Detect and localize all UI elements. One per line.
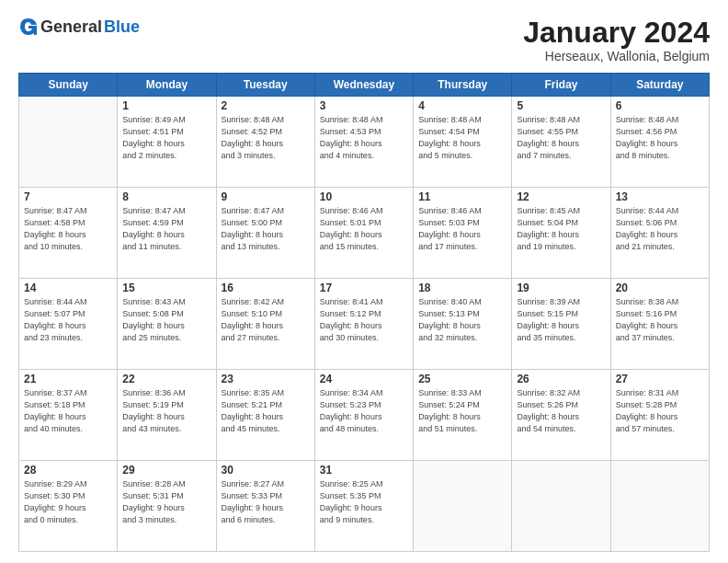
cell-info-26: Sunrise: 8:32 AM Sunset: 5:26 PM Dayligh… <box>517 387 605 435</box>
day-number-6: 6 <box>616 99 704 112</box>
header-saturday: Saturday <box>610 74 709 97</box>
day-number-29: 29 <box>122 464 210 477</box>
cal-cell-3-0: 21Sunrise: 8:37 AM Sunset: 5:18 PM Dayli… <box>19 370 118 461</box>
logo-general-text: General <box>40 17 102 37</box>
cal-cell-2-4: 18Sunrise: 8:40 AM Sunset: 5:13 PM Dayli… <box>414 279 512 370</box>
day-number-30: 30 <box>222 464 310 477</box>
day-number-15: 15 <box>122 282 210 294</box>
day-number-10: 10 <box>320 190 408 203</box>
cal-cell-2-5: 19Sunrise: 8:39 AM Sunset: 5:15 PM Dayli… <box>512 279 610 370</box>
cell-info-23: Sunrise: 8:35 AM Sunset: 5:21 PM Dayligh… <box>222 387 310 435</box>
cell-info-14: Sunrise: 8:44 AM Sunset: 5:07 PM Dayligh… <box>24 296 112 344</box>
day-number-7: 7 <box>24 190 112 203</box>
cal-cell-3-1: 22Sunrise: 8:36 AM Sunset: 5:19 PM Dayli… <box>118 370 216 461</box>
calendar-table: Sunday Monday Tuesday Wednesday Thursday… <box>18 73 710 552</box>
day-number-1: 1 <box>122 99 210 112</box>
day-number-11: 11 <box>418 190 506 203</box>
cell-info-2: Sunrise: 8:48 AM Sunset: 4:52 PM Dayligh… <box>222 114 310 162</box>
day-number-27: 27 <box>616 373 704 385</box>
day-number-28: 28 <box>24 464 112 477</box>
cell-info-31: Sunrise: 8:25 AM Sunset: 5:35 PM Dayligh… <box>320 478 408 526</box>
day-number-25: 25 <box>418 373 506 385</box>
day-number-19: 19 <box>517 282 605 294</box>
cal-cell-0-1: 1Sunrise: 8:49 AM Sunset: 4:51 PM Daylig… <box>118 97 216 188</box>
day-number-20: 20 <box>616 282 704 294</box>
cal-cell-0-4: 4Sunrise: 8:48 AM Sunset: 4:54 PM Daylig… <box>414 97 512 188</box>
cell-info-25: Sunrise: 8:33 AM Sunset: 5:24 PM Dayligh… <box>418 387 506 435</box>
cal-cell-1-4: 11Sunrise: 8:46 AM Sunset: 5:03 PM Dayli… <box>414 188 512 279</box>
cal-cell-4-5 <box>512 461 610 552</box>
logo-blue-text: Blue <box>104 17 140 37</box>
day-number-2: 2 <box>222 99 310 112</box>
cell-info-22: Sunrise: 8:36 AM Sunset: 5:19 PM Dayligh… <box>122 387 210 435</box>
cell-info-17: Sunrise: 8:41 AM Sunset: 5:12 PM Dayligh… <box>320 296 408 344</box>
day-number-12: 12 <box>517 190 605 203</box>
day-number-4: 4 <box>418 99 506 112</box>
header-thursday: Thursday <box>414 74 512 97</box>
cal-cell-1-5: 12Sunrise: 8:45 AM Sunset: 5:04 PM Dayli… <box>512 188 610 279</box>
location: Herseaux, Wallonia, Belgium <box>523 49 710 63</box>
cal-cell-3-6: 27Sunrise: 8:31 AM Sunset: 5:28 PM Dayli… <box>610 370 709 461</box>
cell-info-20: Sunrise: 8:38 AM Sunset: 5:16 PM Dayligh… <box>616 296 704 344</box>
cal-cell-1-0: 7Sunrise: 8:47 AM Sunset: 4:58 PM Daylig… <box>19 188 118 279</box>
cal-cell-4-1: 29Sunrise: 8:28 AM Sunset: 5:31 PM Dayli… <box>118 461 216 552</box>
cal-cell-2-6: 20Sunrise: 8:38 AM Sunset: 5:16 PM Dayli… <box>610 279 709 370</box>
cell-info-29: Sunrise: 8:28 AM Sunset: 5:31 PM Dayligh… <box>122 478 210 526</box>
day-number-26: 26 <box>517 373 605 385</box>
week-row-5: 28Sunrise: 8:29 AM Sunset: 5:30 PM Dayli… <box>19 461 710 552</box>
cal-cell-0-5: 5Sunrise: 8:48 AM Sunset: 4:55 PM Daylig… <box>512 97 610 188</box>
cal-cell-0-6: 6Sunrise: 8:48 AM Sunset: 4:56 PM Daylig… <box>610 97 709 188</box>
cal-cell-1-6: 13Sunrise: 8:44 AM Sunset: 5:06 PM Dayli… <box>610 188 709 279</box>
cell-info-10: Sunrise: 8:46 AM Sunset: 5:01 PM Dayligh… <box>320 205 408 253</box>
logo: General Blue <box>18 17 140 37</box>
day-number-16: 16 <box>222 282 310 294</box>
cell-info-9: Sunrise: 8:47 AM Sunset: 5:00 PM Dayligh… <box>222 205 310 253</box>
day-number-5: 5 <box>517 99 605 112</box>
cell-info-5: Sunrise: 8:48 AM Sunset: 4:55 PM Dayligh… <box>517 114 605 162</box>
cal-cell-3-5: 26Sunrise: 8:32 AM Sunset: 5:26 PM Dayli… <box>512 370 610 461</box>
day-number-14: 14 <box>24 282 112 294</box>
cell-info-15: Sunrise: 8:43 AM Sunset: 5:08 PM Dayligh… <box>122 296 210 344</box>
cell-info-11: Sunrise: 8:46 AM Sunset: 5:03 PM Dayligh… <box>418 205 506 253</box>
day-number-3: 3 <box>320 99 408 112</box>
cal-cell-0-0 <box>19 97 118 188</box>
day-number-17: 17 <box>320 282 408 294</box>
page: General Blue January 2024 Herseaux, Wall… <box>0 0 728 563</box>
week-row-2: 7Sunrise: 8:47 AM Sunset: 4:58 PM Daylig… <box>19 188 710 279</box>
cal-cell-4-2: 30Sunrise: 8:27 AM Sunset: 5:33 PM Dayli… <box>216 461 314 552</box>
cal-cell-4-4 <box>414 461 512 552</box>
cal-cell-4-0: 28Sunrise: 8:29 AM Sunset: 5:30 PM Dayli… <box>19 461 118 552</box>
week-row-4: 21Sunrise: 8:37 AM Sunset: 5:18 PM Dayli… <box>19 370 710 461</box>
cell-info-24: Sunrise: 8:34 AM Sunset: 5:23 PM Dayligh… <box>320 387 408 435</box>
day-header-row: Sunday Monday Tuesday Wednesday Thursday… <box>19 74 710 97</box>
cal-cell-1-2: 9Sunrise: 8:47 AM Sunset: 5:00 PM Daylig… <box>216 188 314 279</box>
cal-cell-4-6 <box>610 461 709 552</box>
cell-info-18: Sunrise: 8:40 AM Sunset: 5:13 PM Dayligh… <box>418 296 506 344</box>
day-number-21: 21 <box>24 373 112 385</box>
header-wednesday: Wednesday <box>314 74 413 97</box>
cell-info-27: Sunrise: 8:31 AM Sunset: 5:28 PM Dayligh… <box>616 387 704 435</box>
cal-cell-2-1: 15Sunrise: 8:43 AM Sunset: 5:08 PM Dayli… <box>118 279 216 370</box>
header-sunday: Sunday <box>19 74 118 97</box>
day-number-23: 23 <box>222 373 310 385</box>
title-block: January 2024 Herseaux, Wallonia, Belgium <box>523 17 710 63</box>
cell-info-19: Sunrise: 8:39 AM Sunset: 5:15 PM Dayligh… <box>517 296 605 344</box>
day-number-24: 24 <box>320 373 408 385</box>
cal-cell-0-3: 3Sunrise: 8:48 AM Sunset: 4:53 PM Daylig… <box>314 97 413 188</box>
header-monday: Monday <box>118 74 216 97</box>
cell-info-30: Sunrise: 8:27 AM Sunset: 5:33 PM Dayligh… <box>222 478 310 526</box>
header-tuesday: Tuesday <box>216 74 314 97</box>
cal-cell-3-2: 23Sunrise: 8:35 AM Sunset: 5:21 PM Dayli… <box>216 370 314 461</box>
cal-cell-3-3: 24Sunrise: 8:34 AM Sunset: 5:23 PM Dayli… <box>314 370 413 461</box>
cal-cell-3-4: 25Sunrise: 8:33 AM Sunset: 5:24 PM Dayli… <box>414 370 512 461</box>
cell-info-13: Sunrise: 8:44 AM Sunset: 5:06 PM Dayligh… <box>616 205 704 253</box>
logo-icon <box>18 17 39 37</box>
month-title: January 2024 <box>523 17 710 49</box>
day-number-8: 8 <box>122 190 210 203</box>
cell-info-28: Sunrise: 8:29 AM Sunset: 5:30 PM Dayligh… <box>24 478 112 526</box>
cell-info-16: Sunrise: 8:42 AM Sunset: 5:10 PM Dayligh… <box>222 296 310 344</box>
header: General Blue January 2024 Herseaux, Wall… <box>18 17 710 63</box>
cell-info-8: Sunrise: 8:47 AM Sunset: 4:59 PM Dayligh… <box>122 205 210 253</box>
cell-info-6: Sunrise: 8:48 AM Sunset: 4:56 PM Dayligh… <box>616 114 704 162</box>
cal-cell-1-1: 8Sunrise: 8:47 AM Sunset: 4:59 PM Daylig… <box>118 188 216 279</box>
